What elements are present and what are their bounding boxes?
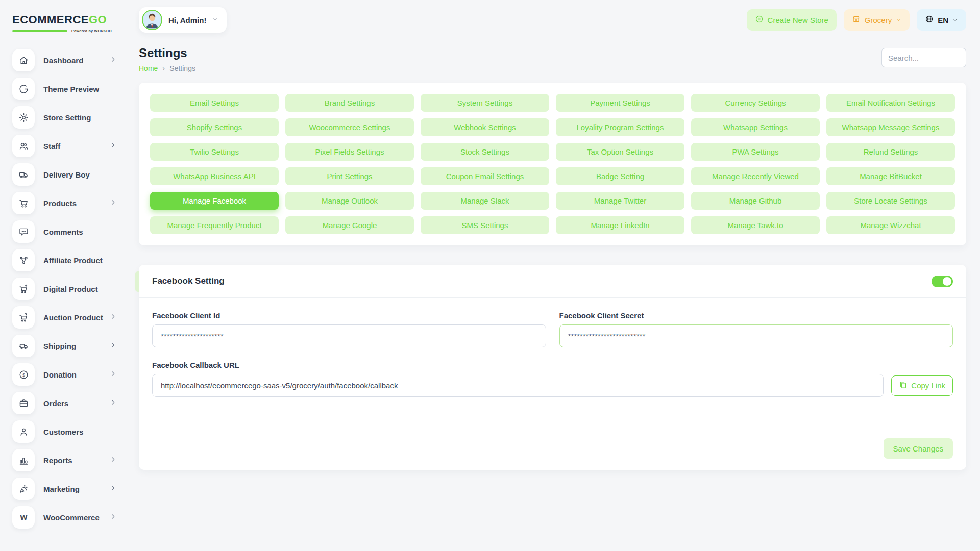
page-header: Settings Home › Settings [139,46,966,72]
sidebar-item-reports[interactable]: Reports [12,446,116,474]
sidebar-item-affiliate-product[interactable]: Affiliate Product [12,246,116,274]
globe-icon [925,15,934,25]
sidebar-item-label: Orders [43,399,68,408]
settings-tab-manage-linkedin[interactable]: Manage LinkedIn [556,216,684,234]
sidebar: ECOMMERCEGO Powered by WORKDO Dashboard … [0,0,128,551]
settings-tab-shopify-settings[interactable]: Shopify Settings [150,118,279,136]
sidebar-item-comments[interactable]: Comments [12,217,116,246]
settings-tab-brand-settings[interactable]: Brand Settings [285,94,414,112]
settings-tab-manage-bitbucket[interactable]: Manage BitBucket [826,167,955,185]
sidebar-item-shipping[interactable]: Shipping [12,332,116,360]
language-label: EN [938,16,948,24]
settings-tab-tax-option-settings[interactable]: Tax Option Settings [556,143,684,161]
settings-tab-manage-facebook[interactable]: Manage Facebook [150,192,279,210]
chevron-right-icon [110,513,116,522]
settings-tab-pwa-settings[interactable]: PWA Settings [691,143,820,161]
create-new-store-label: Create New Store [768,16,828,24]
client-secret-label: Facebook Client Secret [559,311,953,320]
settings-tab-twilio-settings[interactable]: Twilio Settings [150,143,279,161]
search-input[interactable] [881,48,966,67]
settings-tab-refund-settings[interactable]: Refund Settings [826,143,955,161]
settings-tab-currency-settings[interactable]: Currency Settings [691,94,820,112]
plus-circle-icon [755,15,764,25]
settings-tab-manage-tawkto[interactable]: Manage Tawk.to [691,216,820,234]
facebook-setting-title: Facebook Setting [152,276,225,286]
settings-tab-manage-twitter[interactable]: Manage Twitter [556,192,684,210]
settings-tab-manage-wizzchat[interactable]: Manage Wizzchat [826,216,955,234]
breadcrumb-home-link[interactable]: Home [139,64,158,72]
settings-tab-payment-settings[interactable]: Payment Settings [556,94,684,112]
settings-tab-sms-settings[interactable]: SMS Settings [421,216,549,234]
settings-tab-badge-setting[interactable]: Badge Setting [556,167,684,185]
sidebar-item-label: Donation [43,370,77,379]
create-new-store-button[interactable]: Create New Store [747,9,837,31]
copy-icon [899,381,908,391]
sidebar-item-dashboard[interactable]: Dashboard [12,46,116,74]
sidebar-item-orders[interactable]: Orders [12,389,116,417]
store-switcher-button[interactable]: Grocery [844,9,910,31]
settings-tab-manage-google[interactable]: Manage Google [285,216,414,234]
sidebar-item-store-setting[interactable]: Store Setting [12,103,116,132]
copy-link-button[interactable]: Copy Link [891,375,953,396]
client-secret-input[interactable] [559,324,953,347]
sidebar-item-label: Products [43,199,77,208]
settings-tab-whatsapp-message-settings[interactable]: Whatsapp Message Settings [826,118,955,136]
settings-tab-webhook-settings[interactable]: Webhook Settings [421,118,549,136]
settings-tab-whatsapp-settings[interactable]: Whatsapp Settings [691,118,820,136]
settings-tab-whatsapp-business-api[interactable]: WhatsApp Business API [150,167,279,185]
chevron-down-icon [212,15,218,24]
breadcrumb-separator: › [162,64,165,72]
people-icon [12,135,35,157]
settings-tab-system-settings[interactable]: System Settings [421,94,549,112]
user-menu[interactable]: Hi, Admin! [139,7,227,33]
cart-gavel-icon [12,306,35,329]
svg-text:$: $ [22,372,25,377]
settings-tab-loyality-program-settings[interactable]: Loyality Program Settings [556,118,684,136]
settings-tab-manage-outlook[interactable]: Manage Outlook [285,192,414,210]
settings-tab-manage-recently-viewed[interactable]: Manage Recently Viewed [691,167,820,185]
settings-tab-pixel-fields-settings[interactable]: Pixel Fields Settings [285,143,414,161]
sidebar-item-products[interactable]: Products [12,189,116,217]
main-content: Hi, Admin! Create New Store Grocery EN [128,0,980,551]
settings-tab-coupon-email-settings[interactable]: Coupon Email Settings [421,167,549,185]
sidebar-item-staff[interactable]: Staff [12,132,116,160]
cart-icon [12,192,35,214]
sidebar-item-customers[interactable]: Customers [12,417,116,446]
sidebar-item-label: Shipping [43,342,76,350]
sidebar-item-marketing[interactable]: Marketing [12,474,116,503]
facebook-setting-body: Facebook Client Id Facebook Client Secre… [139,298,966,410]
settings-tab-manage-github[interactable]: Manage Github [691,192,820,210]
callback-url-input[interactable] [152,374,884,397]
top-actions: Create New Store Grocery EN [747,9,966,31]
settings-tab-woocommerce-settings[interactable]: Woocommerce Settings [285,118,414,136]
sidebar-item-delivery-boy[interactable]: Delivery Boy [12,160,116,189]
settings-tab-manage-frequently-product[interactable]: Manage Frequently Product [150,216,279,234]
sidebar-item-woocommerce[interactable]: W WooCommerce [12,503,116,532]
language-selector-button[interactable]: EN [917,9,966,31]
chevron-right-icon [110,484,116,493]
save-changes-button[interactable]: Save Changes [884,438,953,459]
user-greeting: Hi, Admin! [168,16,206,24]
logo-accent-text: GO [89,13,107,26]
top-bar: Hi, Admin! Create New Store Grocery EN [139,7,966,33]
settings-tab-manage-slack[interactable]: Manage Slack [421,192,549,210]
settings-tab-stock-settings[interactable]: Stock Settings [421,143,549,161]
logo-wordmark: ECOMMERCEGO [12,13,116,27]
home-icon [12,49,35,71]
brand-logo: ECOMMERCEGO Powered by WORKDO [12,13,116,33]
settings-tab-print-settings[interactable]: Print Settings [285,167,414,185]
dollar-circle-icon: $ [12,363,35,386]
client-id-input[interactable] [152,324,546,347]
settings-tab-email-settings[interactable]: Email Settings [150,94,279,112]
sidebar-item-donation[interactable]: $ Donation [12,360,116,389]
sidebar-item-auction-product[interactable]: Auction Product [12,303,116,332]
logo-underline [12,30,67,32]
settings-tab-store-locate-settings[interactable]: Store Locate Settings [826,192,955,210]
sidebar-item-label: Comments [43,228,83,236]
sidebar-item-theme-preview[interactable]: Theme Preview [12,74,116,103]
sidebar-item-digital-product[interactable]: Digital Product [12,274,116,303]
logo-main-text: ECOMMERCE [12,13,89,26]
settings-tab-email-notification-settings[interactable]: Email Notification Settings [826,94,955,112]
chevron-right-icon [110,198,116,208]
facebook-enable-toggle[interactable] [932,276,953,287]
